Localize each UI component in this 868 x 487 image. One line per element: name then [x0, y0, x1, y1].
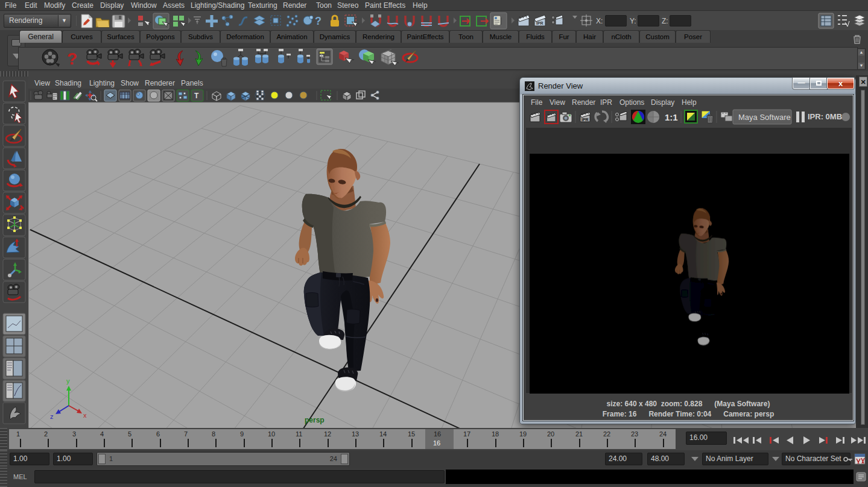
svg-text:T: T [194, 92, 199, 100]
svg-text:Maya Software: Maya Software [738, 113, 791, 122]
svg-text:IPR: IPR [536, 21, 543, 25]
svg-text:?: ? [67, 49, 77, 68]
svg-text:y: y [66, 377, 70, 385]
svg-text:z: z [50, 413, 54, 420]
svg-text:1:1: 1:1 [665, 112, 678, 122]
svg-text:IPR: IPR [581, 118, 589, 122]
svg-text:persp: persp [305, 416, 325, 424]
svg-text:?: ? [315, 15, 322, 27]
svg-text:x: x [83, 412, 87, 419]
